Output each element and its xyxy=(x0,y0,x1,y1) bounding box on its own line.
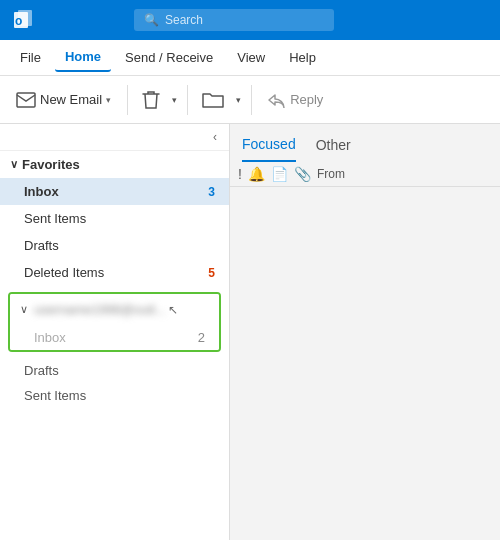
paperclip-icon[interactable]: 📎 xyxy=(294,166,311,182)
outlook-icon: o xyxy=(10,6,38,34)
account-sent-label: Sent Items xyxy=(24,388,86,403)
favorites-label: Favorites xyxy=(22,157,80,172)
account-section: ∨ username1998@outl... ↖ Inbox 2 xyxy=(8,292,221,352)
account-sent-item[interactable]: Sent Items xyxy=(0,383,229,408)
toolbar-divider-1 xyxy=(127,85,128,115)
toolbar: New Email ▾ ▾ ▾ Reply xyxy=(0,76,500,124)
toolbar-divider-3 xyxy=(251,85,252,115)
sidebar-item-deleted[interactable]: Deleted Items 5 xyxy=(0,259,229,286)
account-name: username1998@outl... xyxy=(34,302,166,317)
cursor-indicator: ↖ xyxy=(168,303,178,317)
account-drafts-item[interactable]: Drafts xyxy=(0,358,229,383)
menu-send-receive[interactable]: Send / Receive xyxy=(115,44,223,71)
drafts-label: Drafts xyxy=(24,238,59,253)
new-email-chevron: ▾ xyxy=(106,95,111,105)
new-email-label: New Email xyxy=(40,92,102,107)
collapse-arrow-icon[interactable]: ‹ xyxy=(209,128,221,146)
tabs-bar: Focused Other xyxy=(230,124,500,162)
svg-rect-3 xyxy=(17,93,35,107)
account-inbox-item[interactable]: Inbox 2 xyxy=(10,325,219,350)
from-label: From xyxy=(317,167,345,181)
reply-button[interactable]: Reply xyxy=(260,86,331,114)
sidebar-item-sent[interactable]: Sent Items xyxy=(0,205,229,232)
delete-button[interactable] xyxy=(136,84,166,116)
title-bar: o 🔍 Search xyxy=(0,0,500,40)
deleted-badge: 5 xyxy=(208,266,215,280)
sent-label: Sent Items xyxy=(24,211,86,226)
document-icon[interactable]: 📄 xyxy=(271,166,288,182)
email-toolbar: ! 🔔 📄 📎 From xyxy=(230,162,500,187)
folder-button[interactable] xyxy=(196,85,230,115)
bell-icon[interactable]: 🔔 xyxy=(248,166,265,182)
folder-chevron-button[interactable]: ▾ xyxy=(234,89,243,111)
favorites-header[interactable]: ∨ Favorites xyxy=(0,151,229,178)
account-header[interactable]: ∨ username1998@outl... ↖ xyxy=(10,294,219,325)
delete-chevron-button[interactable]: ▾ xyxy=(170,89,179,111)
menu-file[interactable]: File xyxy=(10,44,51,71)
inbox-badge: 3 xyxy=(208,185,215,199)
tab-focused[interactable]: Focused xyxy=(242,132,296,162)
menu-view[interactable]: View xyxy=(227,44,275,71)
deleted-label: Deleted Items xyxy=(24,265,104,280)
favorites-chevron-icon: ∨ xyxy=(10,158,18,171)
tab-other[interactable]: Other xyxy=(316,133,351,161)
inbox-label: Inbox xyxy=(24,184,59,199)
right-panel: Focused Other ! 🔔 📄 📎 From xyxy=(230,124,500,540)
reply-label: Reply xyxy=(290,92,323,107)
menu-help[interactable]: Help xyxy=(279,44,326,71)
menu-bar: File Home Send / Receive View Help xyxy=(0,40,500,76)
account-drafts-label: Drafts xyxy=(24,363,59,378)
menu-home[interactable]: Home xyxy=(55,43,111,72)
sidebar: ‹ ∨ Favorites Inbox 3 Sent Items Drafts … xyxy=(0,124,230,540)
search-box[interactable]: 🔍 Search xyxy=(134,9,334,31)
toolbar-divider-2 xyxy=(187,85,188,115)
mail-icon xyxy=(16,92,36,108)
main-area: ‹ ∨ Favorites Inbox 3 Sent Items Drafts … xyxy=(0,124,500,540)
account-inbox-label: Inbox xyxy=(34,330,66,345)
new-email-button[interactable]: New Email ▾ xyxy=(8,86,119,114)
account-chevron-icon: ∨ xyxy=(20,303,28,316)
flag-icon[interactable]: ! xyxy=(238,166,242,182)
search-icon: 🔍 xyxy=(144,13,159,27)
sidebar-item-inbox[interactable]: Inbox 3 xyxy=(0,178,229,205)
collapse-button-container: ‹ xyxy=(0,124,229,151)
svg-text:o: o xyxy=(15,14,22,28)
account-inbox-badge: 2 xyxy=(198,330,205,345)
search-placeholder: Search xyxy=(165,13,203,27)
sidebar-item-drafts[interactable]: Drafts xyxy=(0,232,229,259)
